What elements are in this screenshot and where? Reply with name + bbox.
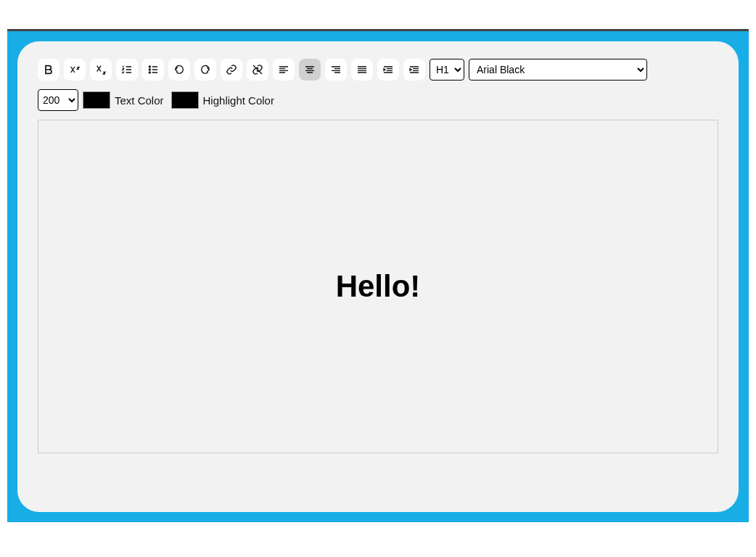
align-left-button[interactable] <box>273 59 295 81</box>
ordered-list-button[interactable] <box>116 59 138 81</box>
superscript-button[interactable] <box>64 59 86 81</box>
editor-panel: H1 Arial Black 200 Text Color Highlight … <box>17 41 739 512</box>
font-size-select[interactable]: 200 <box>38 89 78 111</box>
indent-icon <box>408 64 420 75</box>
link-button[interactable] <box>221 59 242 81</box>
bold-icon <box>43 64 54 75</box>
toolbar-row-1: H1 Arial Black <box>38 59 718 81</box>
toolbar-row-2: 200 Text Color Highlight Color <box>38 89 718 111</box>
svg-point-0 <box>149 66 150 67</box>
subscript-button[interactable] <box>90 59 112 81</box>
align-center-button[interactable] <box>299 59 321 81</box>
heading-select[interactable]: H1 <box>430 59 464 81</box>
align-justify-icon <box>356 64 368 75</box>
svg-point-1 <box>149 69 150 70</box>
undo-button[interactable] <box>168 59 190 81</box>
unlink-icon <box>252 64 263 75</box>
text-color-swatch[interactable] <box>83 91 110 109</box>
align-right-button[interactable] <box>325 59 347 81</box>
ordered-list-icon <box>121 64 133 75</box>
unordered-list-icon <box>147 64 159 75</box>
text-color-label: Text Color <box>115 94 164 107</box>
superscript-icon <box>69 64 81 75</box>
undo-icon <box>173 64 185 75</box>
unlink-button[interactable] <box>247 59 268 81</box>
outdent-button[interactable] <box>377 59 399 81</box>
link-icon <box>226 64 237 75</box>
align-center-icon <box>304 64 316 75</box>
editor-content[interactable]: Hello! <box>336 269 421 304</box>
app-frame: H1 Arial Black 200 Text Color Highlight … <box>0 0 756 557</box>
align-right-icon <box>330 64 342 75</box>
subscript-icon <box>95 64 107 75</box>
font-family-select[interactable]: Arial Black <box>469 59 647 81</box>
editor-area[interactable]: Hello! <box>38 120 718 453</box>
indent-button[interactable] <box>403 59 425 81</box>
outdent-icon <box>382 64 394 75</box>
svg-point-2 <box>149 72 150 73</box>
redo-button[interactable] <box>194 59 216 81</box>
align-justify-button[interactable] <box>351 59 373 81</box>
redo-icon <box>200 64 211 75</box>
bold-button[interactable] <box>38 59 59 81</box>
highlight-color-swatch[interactable] <box>171 91 199 109</box>
align-left-icon <box>278 64 289 75</box>
unordered-list-button[interactable] <box>142 59 164 81</box>
editor-container: H1 Arial Black 200 Text Color Highlight … <box>7 29 749 522</box>
highlight-color-label: Highlight Color <box>203 94 274 107</box>
